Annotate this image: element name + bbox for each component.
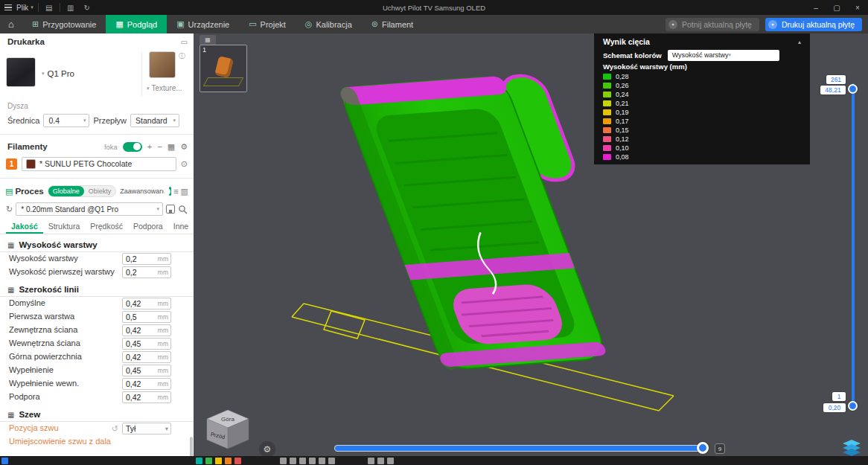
taskbar-app-icon[interactable] [368,458,374,464]
param-tools-icon[interactable]: ▥ [181,187,188,196]
tabbar-actions: ▾ Potnij aktualną płytę ▾ Drukuj aktualn… [666,18,862,31]
pill-objects[interactable]: Obiekty [84,186,116,196]
calibration-icon: ◎ [305,19,313,29]
section-icon: ▦ [7,241,14,249]
layers-view-icon[interactable] [843,440,861,456]
viewport-3d[interactable]: ▦ 1 Wynik cięcia ▴ Schemat kolorów Wysok… [194,33,868,456]
maximize-button[interactable]: ▢ [826,0,847,15]
export-image-icon[interactable]: ▥ [65,4,77,12]
pill-global[interactable]: Globalne [48,186,84,196]
chevron-down-icon[interactable]: ▾ [668,20,677,29]
filament-select[interactable]: * SUNLU PETG Chocolate [22,157,176,171]
nozzle-diameter-select[interactable]: 0.4 ▾ [43,114,89,127]
taskbar-app-icon[interactable] [319,458,325,464]
filament-edit-icon[interactable]: ⊙ [181,159,188,169]
taskbar-app-icon[interactable] [299,458,306,464]
layer-slider-top-handle[interactable] [848,84,858,94]
taskbar-app-icon[interactable] [309,458,316,464]
taskbar-app-icon[interactable] [387,458,394,464]
save-icon[interactable]: ▤ [43,4,55,12]
setting-input[interactable]: 0,2 mm [122,266,171,278]
taskbar-app-icon[interactable] [196,458,202,464]
info-icon[interactable]: ⓘ [179,51,185,61]
plate-list-tab[interactable]: ▦ [200,35,216,45]
setting-label: Domyślne [9,298,122,308]
tab-struktura[interactable]: Struktura [43,219,86,234]
revert-icon[interactable]: ↺ [112,424,118,434]
tab-inne[interactable]: Inne [168,219,194,234]
home-icon[interactable]: ⌂ [0,15,22,33]
chevron-down-icon: ▾ [729,52,732,58]
taskbar-app-icon[interactable] [215,458,222,464]
seam-position-select[interactable]: Tył ▾ [122,423,171,434]
filament-slot-badge[interactable]: 1 [6,158,17,170]
flow-select[interactable]: Standard ▾ [130,114,179,127]
viewport-settings-button[interactable]: ⚙ [259,441,275,456]
foka-toggle[interactable] [123,142,142,152]
setting-input[interactable]: 0,45 mm [122,338,171,350]
setting-input[interactable]: 0,2 mm [122,253,171,265]
nozzle-label: Dysza [0,102,194,112]
param-list-icon[interactable]: ≡ [173,187,178,196]
navigation-cube[interactable]: Góra Przód [202,407,253,452]
add-filament-icon[interactable]: + [147,142,152,151]
tab-predkosc[interactable]: Prędkość [85,219,128,234]
tab-projekt[interactable]: ▭ Projekt [239,15,296,33]
taskbar-app-icon[interactable] [377,458,384,464]
advanced-toggle[interactable] [169,187,171,196]
filament-settings-gear-icon[interactable]: ⚙ [180,142,188,152]
plate-thumbnail[interactable]: 1 [200,45,247,92]
hamburger-menu-icon[interactable] [4,4,12,11]
ams-grid-icon[interactable]: ▦ [167,142,175,152]
minimize-button[interactable]: – [805,0,826,15]
save-preset-icon[interactable] [166,205,175,214]
setting-input[interactable]: 0,42 mm [122,391,171,403]
tab-podpora[interactable]: Podpora [128,219,168,234]
printer-select[interactable]: ▾ Q1 Pro [42,69,74,78]
chevron-down-icon[interactable]: ▾ [768,20,777,29]
setting-input[interactable]: 0,42 mm [122,298,171,310]
layer-slider-track[interactable] [852,83,855,409]
build-plate-image[interactable] [149,51,176,78]
taskbar-app-icon[interactable] [205,458,212,464]
preview-icon: ▦ [115,19,123,29]
color-scheme-select[interactable]: Wysokość warstwy ▾ [668,50,779,61]
tab-przygotowanie[interactable]: ⊞ Przygotowanie [22,15,106,33]
setting-input[interactable]: 0,45 mm [122,365,171,376]
sidebar-scrollbar[interactable] [190,437,193,456]
search-icon[interactable] [178,205,188,214]
tab-jakosc[interactable]: Jakość [6,219,43,234]
taskbar-app-icon[interactable] [280,458,287,464]
tab-podglad[interactable]: ▦ Podgląd [106,15,167,33]
setting-input[interactable]: 0,42 mm [122,378,171,390]
remove-filament-icon[interactable]: − [157,142,162,151]
taskbar-start-icon[interactable] [1,458,8,464]
close-button[interactable]: × [847,0,868,15]
plate-type-select[interactable]: ▾ Texture... [147,84,182,92]
move-slider-handle[interactable] [697,442,709,454]
tab-kalibracja[interactable]: ◎ Kalibracja [296,15,362,33]
taskbar-app-icon[interactable] [234,458,241,464]
layer-slider-bottom-handle[interactable] [848,401,858,411]
setting-input[interactable]: 0,42 mm [122,351,171,363]
print-plate-button[interactable]: ▾ Drukuj aktualną płytę [765,18,862,31]
preset-sync-icon[interactable]: ↻ [6,205,13,214]
chevron-down-icon: ▾ [83,118,86,124]
color-scheme-label: Schemat kolorów [603,51,662,60]
slice-plate-button[interactable]: ▾ Potnij aktualną płytę [666,18,759,31]
file-menu[interactable]: Plik ▾ [16,4,33,12]
setting-input[interactable]: 0,42 mm [122,324,171,336]
tab-filament[interactable]: ⊚ Filament [362,15,423,33]
setting-row: Domyślne 0,42 mm [0,297,194,310]
taskbar-app-icon[interactable] [290,458,296,464]
taskbar-app-icon[interactable] [328,458,335,464]
sync-icon[interactable]: ↻ [81,4,93,12]
setting-input[interactable]: 0,5 mm [122,311,171,323]
tab-urzadzenie[interactable]: ▣ Urządzenie [167,15,239,33]
taskbar-app-icon[interactable] [225,458,232,464]
move-slider-track[interactable] [335,446,707,451]
collapse-icon[interactable]: ▴ [798,39,801,45]
process-preset-select[interactable]: * 0.20mm Standard @Q1 Pro ▾ [16,202,163,216]
move-slider-step-box[interactable]: 9 [715,443,725,454]
printer-connection-icon[interactable]: ▭ [181,38,188,46]
